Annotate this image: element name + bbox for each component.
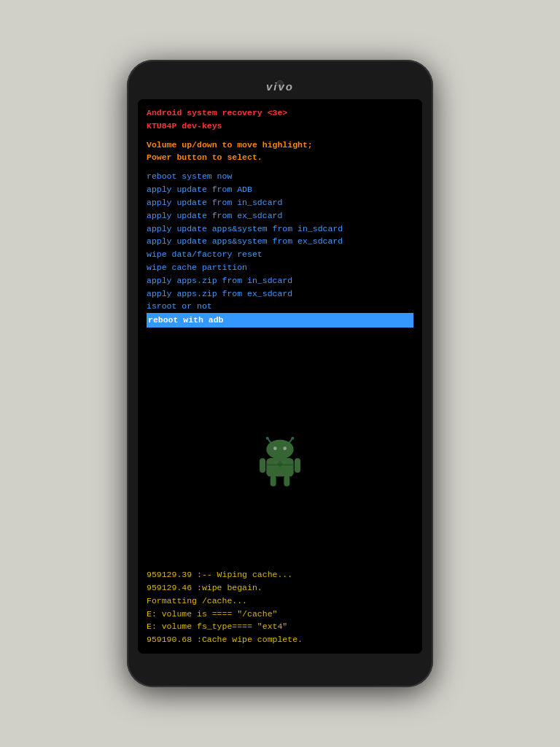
- log-line-5: 959190.68 :Cache wipe complete.: [147, 633, 413, 646]
- menu-item-5: apply update apps&system from ex_sdcard: [147, 235, 413, 248]
- log-line-4: E: volume fs_type==== "ext4": [147, 620, 413, 633]
- svg-point-4: [266, 440, 293, 460]
- phone-screen: Android system recovery <3e> KTU84P dev-…: [138, 99, 422, 654]
- selected-menu-item: reboot with adb: [147, 313, 413, 328]
- svg-point-3: [291, 437, 294, 440]
- screen-content: Android system recovery <3e> KTU84P dev-…: [138, 99, 422, 654]
- menu-item-1: apply update from ADB: [147, 183, 413, 196]
- log-line-2: Formatting /cache...: [147, 595, 413, 608]
- menu-item-10: isroot or not: [147, 300, 413, 313]
- instruction-line2: Power button to select.: [147, 151, 413, 164]
- svg-rect-11: [284, 476, 289, 487]
- svg-rect-8: [260, 458, 265, 473]
- brand-logo: vivo: [266, 80, 294, 93]
- log-line-1: 959129.46 :wipe begain.: [147, 581, 413, 595]
- phone-top-bar: vivo: [134, 73, 426, 95]
- menu-item-9: apply apps.zip from ex_sdcard: [147, 287, 413, 301]
- menu-item-7: wipe cache partition: [147, 261, 413, 274]
- instruction-line1: Volume up/down to move highlight;: [147, 139, 413, 152]
- log-line-0: 959129.39 :-- Wiping cache...: [147, 568, 413, 581]
- menu-item-3: apply update from ex_sdcard: [147, 209, 413, 222]
- menu-item-0: reboot system now: [147, 170, 413, 183]
- svg-rect-10: [271, 476, 276, 487]
- menu-item-2: apply update from in_sdcard: [147, 196, 413, 209]
- header-line2: KTU84P dev-keys: [147, 120, 413, 133]
- log-section: 959129.39 :-- Wiping cache... 959129.46 …: [147, 568, 413, 646]
- svg-point-6: [283, 446, 287, 450]
- phone-device: vivo Android system recovery <3e> KTU84P…: [127, 60, 433, 687]
- svg-rect-9: [295, 458, 300, 473]
- svg-point-5: [273, 446, 277, 450]
- svg-point-1: [266, 437, 269, 440]
- menu-item-4: apply update apps&system from in_sdcard: [147, 222, 413, 236]
- menu-item-8: apply apps.zip from in_sdcard: [147, 274, 413, 287]
- android-robot: [251, 435, 309, 493]
- menu-item-6: wipe data/factory reset: [147, 248, 413, 261]
- log-line-3: E: volume is ==== "/cache": [147, 608, 413, 621]
- header-line1: Android system recovery <3e>: [147, 107, 413, 120]
